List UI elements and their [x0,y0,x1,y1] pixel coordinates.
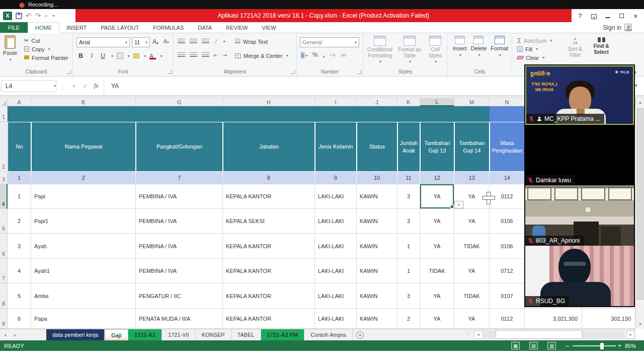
sheet-tab-contoh-ampra[interactable]: Contoh Ampra [304,329,352,340]
header-number-7[interactable]: 7 [136,172,223,184]
column-header-l[interactable]: L [420,98,454,106]
header-cell-pangkat-golongan[interactable]: Pangkat/Golongan [136,122,223,172]
column-header-m[interactable]: M [454,98,490,106]
percent-style-button[interactable]: % [312,51,318,58]
video-tile-mc-kpp-pratama[interactable]: e-filingLAPOR SPTHARI INIDJP ✳MC_KPP Pra… [525,65,634,125]
horizontal-scroll-thumb[interactable] [496,330,582,339]
cell-L4[interactable]: YA [420,184,454,209]
align-left-icon[interactable] [178,52,185,58]
row-header-6[interactable]: 6 [0,234,8,259]
cell-B5[interactable]: Papi1 [31,209,136,234]
cell-L8[interactable]: YA [420,283,454,309]
sheet-tab-konsep[interactable]: KONSEP [196,329,231,340]
hscroll-left-button[interactable]: ◂ [474,330,482,339]
copy-button[interactable]: Copy▾ [22,45,68,53]
column-header-g[interactable]: G [136,98,223,106]
cell-J6[interactable]: KAWIN [357,234,397,259]
row-header-4[interactable]: 4 [0,184,8,209]
accounting-format-button[interactable]: $▾ [301,51,307,58]
header-cell-no[interactable]: No [8,122,31,172]
print-preview-icon[interactable]: ⌕ [44,13,48,19]
cell-L6[interactable]: YA [420,234,454,259]
page-break-view-button[interactable]: ▥ [547,342,556,349]
increase-indent-button[interactable]: ⇥ [222,52,226,58]
header-number-12[interactable]: 12 [420,172,454,184]
cell-validation-dropdown-button[interactable]: ▾ [454,201,463,208]
row-header-7[interactable]: 7 [0,259,8,283]
cell-A9[interactable]: 6 [8,309,31,329]
cell-B8[interactable]: Ambe [31,283,136,309]
clipboard-dialog-launcher[interactable] [67,70,71,74]
row-header-1[interactable]: 1 [0,106,8,122]
row-header-2[interactable]: 2 [0,122,8,172]
cell-L9[interactable]: YA [420,309,454,329]
cell-J9[interactable]: KAWIN [357,309,397,329]
cell-N9[interactable]: 0112 [490,309,525,329]
cell-H6[interactable]: KEPALA KANTOR [223,234,315,259]
cell-H5[interactable]: KEPALA SEKSI [223,209,315,234]
sheet-tab-1721-a2-pm[interactable]: 1721-A2 PM [261,329,305,340]
scroll-down-button[interactable]: ▼ [636,320,644,328]
column-header-a[interactable]: A [8,98,31,106]
conditional-formatting-button[interactable]: Conditional Formatting▾ [365,36,394,69]
cell-G5[interactable]: PEMBINA / IVA [136,209,223,234]
select-all-corner[interactable] [0,98,8,106]
zoom-out-button[interactable]: − [566,342,570,350]
italic-button[interactable]: I [88,52,96,59]
cell-K5[interactable]: 3 [397,209,420,234]
alignment-dialog-launcher[interactable] [291,70,295,74]
sheet-tab-data-pemberi-kerja[interactable]: data pemberi kerja [46,329,105,340]
column-header-h[interactable]: H [223,98,315,106]
cell-G6[interactable]: PEMBINA / IVA [136,234,223,259]
header-number-9[interactable]: 9 [315,172,357,184]
format-cells-button[interactable]: Format▾ [491,36,508,69]
header-number-11[interactable]: 11 [397,172,420,184]
video-tile-803-ar-aprioni[interactable]: 803_AR_Aprioni [525,185,634,246]
cell-P9[interactable]: 302,130 [582,309,635,329]
cell-J7[interactable]: KAWIN [357,259,397,283]
cut-button[interactable]: ✂Cut [22,36,68,45]
decrease-decimal-button[interactable]: .00 [340,53,346,57]
cell-H9[interactable]: KEPALA KANTOR [223,309,315,329]
number-format-select[interactable]: General▾ [300,37,359,47]
insert-cells-button[interactable]: Insert▾ [453,36,467,69]
cell-N7[interactable]: 0712 [490,259,525,283]
format-painter-button[interactable]: Format Painter [22,53,68,62]
cell-M5[interactable]: YA [454,209,490,234]
ribbon-tab-view[interactable]: VIEW [255,22,283,33]
cell-B9[interactable]: Papa [31,309,136,329]
save-icon[interactable] [16,13,22,19]
row-header-3[interactable]: 3 [0,172,8,184]
merged-band-teal[interactable] [8,106,490,122]
cell-styles-button[interactable]: Cell Styles▾ [425,36,446,69]
sort-filter-button[interactable]: AZ▾Sort & Filter [564,37,587,58]
close-button[interactable]: × [630,12,641,20]
vertical-scrollbar[interactable]: ▲ ▼ [635,98,644,329]
cell-L7[interactable]: TIDAK [420,259,454,283]
cell-G8[interactable]: PENGATUR / IIC [136,283,223,309]
cell-M7[interactable]: YA [454,259,490,283]
grow-font-button[interactable]: A▴ [152,38,158,45]
header-number-14[interactable]: 14 [490,172,525,184]
cell-J8[interactable]: KAWIN [357,283,397,309]
cell-J5[interactable]: KAWIN [357,209,397,234]
name-box[interactable]: L4▾ [1,80,56,92]
font-family-select[interactable]: Arial▾ [76,37,130,47]
cell-H7[interactable]: KEPALA KANTOR [223,259,315,283]
bold-button[interactable]: B [77,52,85,59]
cell-N4[interactable]: 0112 [490,184,525,209]
cell-H8[interactable]: KEPALA KANTOR [223,283,315,309]
align-center-icon[interactable] [190,52,197,58]
insert-function-button[interactable]: fx [91,82,102,90]
zoom-slider[interactable] [573,345,616,346]
header-number-1[interactable]: 1 [8,172,31,184]
video-tile-damkar-luwu[interactable]: Damkar luwu [525,125,634,185]
column-header-n[interactable]: N [490,98,525,106]
cell-I9[interactable]: LAKI-LAKI [315,309,357,329]
merged-band-blue[interactable] [490,106,525,122]
fill-button[interactable]: ↓Fill▾ [515,45,552,53]
header-cell-tambahan-gaji-13[interactable]: Tambahan Gaji 13 [420,122,454,172]
zoom-level[interactable]: 85% [625,343,636,349]
header-cell-status[interactable]: Status [357,122,397,172]
header-cell-jenis-kelamin[interactable]: Jenis Kelamin [315,122,357,172]
